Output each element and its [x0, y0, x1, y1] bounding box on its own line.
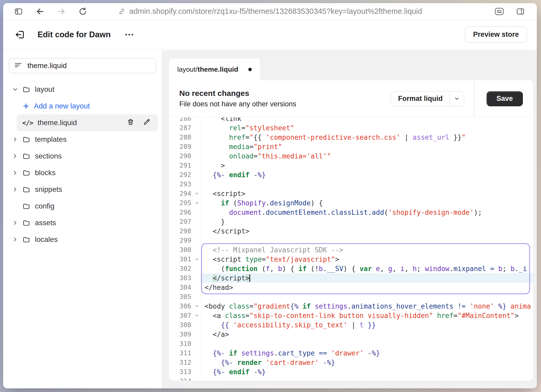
code-line-294[interactable]: 294 <script>	[169, 189, 533, 198]
chevron-down-icon[interactable]	[12, 86, 22, 93]
code-text: <a class="skip-to-content-link button vi…	[201, 311, 533, 320]
editor-header: No recent changes File does not have any…	[169, 80, 533, 117]
code-line-313[interactable]: 313 {%- endif -%}	[169, 367, 533, 377]
sidebar-item-sections[interactable]: sections	[3, 148, 162, 164]
fold-spacer	[193, 358, 201, 367]
chevron-right-icon[interactable]	[12, 186, 22, 193]
line-number: 305	[169, 292, 193, 302]
fold-spacer	[193, 283, 201, 292]
code-line-303[interactable]: 303 </script>	[169, 273, 533, 283]
sidebar-item-snippets[interactable]: snippets	[3, 181, 162, 198]
forward-icon[interactable]	[57, 7, 66, 16]
fold-chevron-icon[interactable]	[193, 198, 201, 208]
code-line-309[interactable]: 309 </a>	[169, 330, 533, 339]
code-line-297[interactable]: 297 }	[169, 217, 533, 226]
code-line-302[interactable]: 302 (function (f, b) { if (!b.__SV) { va…	[169, 264, 533, 273]
fold-spacer	[193, 217, 201, 226]
sidebar-item-theme-liquid[interactable]: </>theme.liquid	[17, 114, 158, 131]
code-line-312[interactable]: 312 {%- render 'cart-drawer' -%}	[169, 358, 533, 367]
code-text: </script>	[201, 226, 533, 236]
filter-icon	[14, 62, 22, 70]
code-line-299[interactable]: 299	[169, 236, 533, 245]
sidebar-toggle-icon[interactable]	[14, 7, 23, 16]
code-line-306[interactable]: 306<body class="gradient{% if settings.a…	[169, 302, 533, 311]
sidebar-item-templates[interactable]: templates	[3, 131, 162, 148]
code-line-296[interactable]: 296 document.documentElement.classList.a…	[169, 208, 533, 217]
line-number: 286	[169, 118, 193, 123]
code-line-292[interactable]: 292 {%- endif -%}	[169, 170, 533, 180]
code-text: </head>	[201, 283, 533, 292]
code-line-308[interactable]: 308 {{ 'accessibility.skip_to_text' | t …	[169, 320, 533, 330]
code-line-287[interactable]: 287 rel="stylesheet"	[169, 123, 533, 133]
chevron-down-icon[interactable]	[450, 91, 464, 106]
chevron-right-icon[interactable]	[12, 136, 22, 143]
code-text: <!-- Mixpanel Javascript SDK -->	[201, 245, 533, 255]
code-line-307[interactable]: 307 <a class="skip-to-content-link butto…	[169, 311, 533, 320]
code-line-291[interactable]: 291 >	[169, 161, 533, 170]
code-text: <body class="gradient{% if settings.anim…	[201, 302, 533, 311]
filter-value: theme.liquid	[27, 62, 67, 70]
panel-right-toggle-icon[interactable]	[515, 7, 525, 16]
sidebar-item-label: blocks	[35, 169, 56, 177]
pencil-icon[interactable]	[143, 118, 151, 128]
chevron-right-icon[interactable]	[12, 219, 22, 226]
tab-theme-liquid[interactable]: layout/theme.liquid	[169, 59, 260, 80]
sidebar-item-layout[interactable]: layout	[3, 81, 162, 98]
chevron-right-icon[interactable]	[12, 236, 22, 243]
format-liquid-button[interactable]: Format liquid	[391, 91, 464, 106]
unsaved-dot	[248, 68, 252, 71]
chevron-right-icon[interactable]	[12, 169, 22, 176]
browser-toolbar: admin.shopify.com/store/rzq1xu-f5/themes…	[3, 3, 537, 20]
editor-card: No recent changes File does not have any…	[169, 80, 533, 381]
more-actions-icon[interactable]	[125, 34, 133, 35]
code-text: rel="stylesheet"	[201, 123, 533, 133]
code-line-310[interactable]: 310	[169, 339, 533, 348]
code-line-288[interactable]: 288 href="{{ 'component-predictive-searc…	[169, 133, 533, 142]
fold-chevron-icon[interactable]	[193, 311, 201, 320]
address-bar[interactable]: admin.shopify.com/store/rzq1xu-f5/themes…	[118, 3, 422, 20]
folder-icon	[22, 219, 30, 227]
sidebar-item-blocks[interactable]: blocks	[3, 164, 162, 181]
code-line-314[interactable]: 314	[169, 377, 533, 381]
code-line-290[interactable]: 290 onload="this.media='all'"	[169, 151, 533, 161]
code-line-311[interactable]: 311 {%- if settings.cart_type == 'drawer…	[169, 348, 533, 358]
sidebar-item-add-a-new-layout[interactable]: Add a new layout	[3, 98, 162, 114]
tab-file-name: theme.liquid	[198, 65, 238, 74]
line-number: 294	[169, 189, 193, 198]
sidebar-item-locales[interactable]: locales	[3, 231, 162, 248]
exit-icon[interactable]	[15, 29, 26, 40]
sidebar-item-config[interactable]: config	[3, 198, 162, 215]
fold-chevron-icon[interactable]	[193, 302, 201, 311]
folder-icon	[22, 169, 30, 177]
sidebar-item-label: templates	[35, 135, 66, 144]
code-line-304[interactable]: 304</head>	[169, 283, 533, 292]
save-button[interactable]: Save	[487, 91, 523, 106]
code-text: {%- if settings.cart_type == 'drawer' -%…	[201, 348, 533, 358]
fold-chevron-icon[interactable]	[193, 189, 201, 198]
code-text: document.documentElement.classList.add('…	[201, 208, 533, 217]
code-line-295[interactable]: 295 if (Shopify.designMode) {	[169, 198, 533, 208]
fold-chevron-icon[interactable]	[193, 255, 201, 264]
folder-icon	[22, 235, 30, 244]
code-line-289[interactable]: 289 media="print"	[169, 142, 533, 151]
file-filter-input[interactable]: theme.liquid	[9, 58, 156, 73]
extensions-sliders-icon[interactable]	[494, 7, 505, 16]
back-icon[interactable]	[35, 7, 45, 16]
code-line-305[interactable]: 305	[169, 292, 533, 302]
code-line-298[interactable]: 298 </script>	[169, 226, 533, 236]
code-text: {%- endif -%}	[201, 170, 533, 180]
chevron-right-icon[interactable]	[12, 153, 22, 160]
fold-spacer	[193, 273, 201, 283]
code-editor[interactable]: 286 <link287 rel="stylesheet"288 href="{…	[169, 118, 533, 381]
folder-icon	[22, 85, 30, 94]
text-cursor	[249, 274, 250, 282]
code-line-286[interactable]: 286 <link	[169, 118, 533, 123]
code-line-300[interactable]: 300 <!-- Mixpanel Javascript SDK -->	[169, 245, 533, 255]
line-number: 314	[169, 377, 193, 381]
code-line-301[interactable]: 301 <script type="text/javascript">	[169, 255, 533, 264]
preview-store-button[interactable]: Preview store	[465, 27, 527, 43]
trash-icon[interactable]	[126, 118, 135, 128]
code-line-293[interactable]: 293	[169, 180, 533, 189]
sidebar-item-assets[interactable]: assets	[3, 215, 162, 231]
reload-icon[interactable]	[78, 7, 88, 16]
